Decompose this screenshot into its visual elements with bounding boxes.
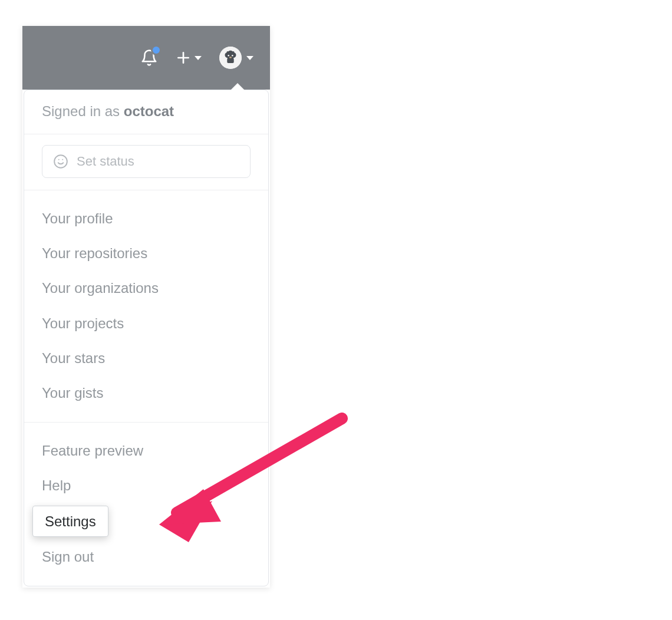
menu-item-settings[interactable]: Settings bbox=[32, 506, 108, 537]
svg-point-5 bbox=[229, 57, 232, 58]
svg-point-4 bbox=[232, 55, 233, 56]
user-menu-button[interactable] bbox=[219, 47, 253, 69]
notification-indicator-dot bbox=[151, 45, 162, 55]
menu-item-your-profile[interactable]: Your profile bbox=[24, 201, 268, 236]
username: octocat bbox=[124, 103, 174, 119]
set-status-label: Set status bbox=[77, 154, 134, 169]
plus-icon bbox=[176, 50, 191, 65]
menu-item-help[interactable]: Help bbox=[24, 468, 268, 503]
menu-item-your-organizations[interactable]: Your organizations bbox=[24, 271, 268, 305]
menu-group-1: Your profile Your repositories Your orga… bbox=[24, 190, 268, 422]
top-header-bar bbox=[22, 26, 270, 90]
avatar bbox=[219, 47, 242, 69]
menu-item-feature-preview[interactable]: Feature preview bbox=[24, 433, 268, 468]
create-new-menu[interactable] bbox=[176, 50, 202, 65]
menu-group-2: Feature preview Help Settings Sign out bbox=[24, 423, 268, 586]
menu-item-your-projects[interactable]: Your projects bbox=[24, 306, 268, 341]
smiley-icon bbox=[53, 154, 68, 169]
user-dropdown: Signed in as octocat Set status Your pro… bbox=[24, 90, 269, 586]
menu-item-your-repositories[interactable]: Your repositories bbox=[24, 236, 268, 271]
status-section: Set status bbox=[24, 134, 268, 190]
signed-in-prefix: Signed in as bbox=[42, 103, 124, 119]
chevron-down-icon bbox=[195, 56, 202, 60]
svg-point-6 bbox=[54, 155, 67, 168]
chevron-down-icon bbox=[246, 56, 253, 60]
notifications-button[interactable] bbox=[140, 48, 158, 67]
octocat-avatar-icon bbox=[219, 47, 242, 69]
menu-item-your-gists[interactable]: Your gists bbox=[24, 375, 268, 410]
user-dropdown-panel: Signed in as octocat Set status Your pro… bbox=[22, 26, 270, 588]
set-status-button[interactable]: Set status bbox=[42, 145, 251, 178]
signed-in-as: Signed in as octocat bbox=[24, 90, 268, 134]
menu-item-sign-out[interactable]: Sign out bbox=[24, 539, 268, 574]
svg-point-3 bbox=[228, 55, 229, 56]
menu-item-your-stars[interactable]: Your stars bbox=[24, 341, 268, 375]
